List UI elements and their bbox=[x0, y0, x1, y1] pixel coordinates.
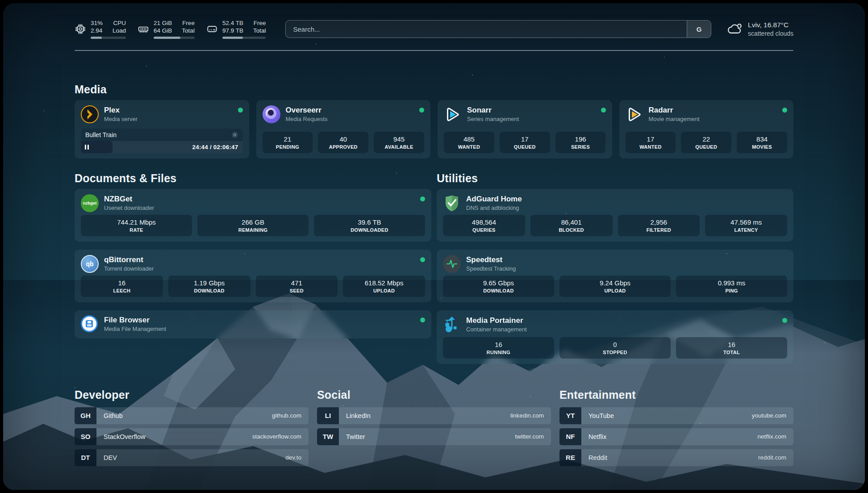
bookmark-stackoverflow[interactable]: SO StackOverflow stackoverflow.com bbox=[75, 428, 309, 445]
status-online-dot bbox=[782, 318, 787, 323]
cloud-icon bbox=[725, 21, 743, 37]
weather-condition: scattered clouds bbox=[748, 29, 793, 38]
media-cards-row: Plex Media server Bullet Train bbox=[75, 100, 793, 159]
stat-box: 9.65 Gbps DOWNLOAD bbox=[443, 276, 554, 297]
service-card-speedtest[interactable]: Speedtest Speedtest Tracking 9.65 Gbps D… bbox=[437, 250, 793, 302]
memory-stat: 21 GiB 64 GiB Free Total bbox=[138, 19, 195, 39]
service-title: Sonarr bbox=[467, 105, 519, 115]
memory-free-label: Free bbox=[182, 19, 195, 27]
stat-box: 22 QUEUED bbox=[681, 132, 731, 153]
overseerr-icon bbox=[263, 105, 280, 123]
service-card-portainer[interactable]: Media Portainer Container management 16 … bbox=[437, 310, 793, 364]
memory-total-value: 64 GiB bbox=[154, 27, 172, 34]
stat-box: 16 LEECH bbox=[81, 276, 163, 297]
playback-time: 24:44 / 02:06:47 bbox=[192, 141, 238, 153]
search-input[interactable] bbox=[286, 21, 687, 38]
utilities-section-title: Utilities bbox=[437, 172, 793, 185]
stat-box: 498,564 QUERIES bbox=[443, 215, 525, 236]
service-subtitle: Usenet downloader bbox=[104, 204, 154, 212]
bookmark-github[interactable]: GH Github github.com bbox=[75, 407, 309, 424]
weather-location-temp: Lviv, 16.87°C bbox=[748, 21, 793, 29]
cpu-progress-track bbox=[91, 37, 126, 39]
disk-total-value: 97.9 TB bbox=[222, 27, 243, 34]
disk-progress-track bbox=[222, 37, 266, 39]
disk-icon bbox=[206, 23, 218, 35]
memory-progress-fill bbox=[154, 37, 180, 39]
sonarr-icon bbox=[444, 105, 462, 123]
bookmarks-developer-section: Developer GH Github github.com SO StackO… bbox=[75, 389, 309, 466]
portainer-icon bbox=[443, 316, 461, 334]
nzbget-icon: nzbget bbox=[81, 194, 99, 212]
playback-progress-fill bbox=[81, 141, 113, 153]
bookmark-linkedin[interactable]: LI LinkedIn linkedin.com bbox=[317, 407, 551, 424]
service-title: Speedtest bbox=[466, 255, 516, 264]
service-card-radarr[interactable]: Radarr Movie management 17 WANTED 22 QUE… bbox=[619, 100, 794, 159]
service-title: Overseerr bbox=[286, 105, 328, 115]
memory-total-label: Total bbox=[182, 27, 195, 34]
service-subtitle: DNS and adblocking bbox=[466, 204, 522, 212]
media-section-title: Media bbox=[75, 83, 793, 96]
service-card-adguard[interactable]: AdGuard Home DNS and adblocking 498,564 … bbox=[437, 189, 793, 242]
service-subtitle: Movie management bbox=[649, 115, 700, 123]
status-online-dot bbox=[419, 108, 424, 113]
bookmark-twitter[interactable]: TW Twitter twitter.com bbox=[317, 428, 551, 445]
speedtest-icon bbox=[443, 255, 461, 273]
cpu-usage-label: CPU bbox=[113, 19, 126, 27]
bookmark-dev[interactable]: DT DEV dev.to bbox=[75, 449, 309, 466]
bookmark-youtube[interactable]: YT YouTube youtube.com bbox=[559, 407, 793, 424]
bookmark-reddit[interactable]: RE Reddit reddit.com bbox=[559, 449, 793, 466]
stat-box: 9.24 Gbps UPLOAD bbox=[559, 276, 671, 297]
qbittorrent-icon: qb bbox=[81, 255, 99, 273]
cpu-stat: 31% 2.94 CPU Load bbox=[75, 19, 126, 39]
playback-progress-bar[interactable]: 24:44 / 02:06:47 bbox=[81, 141, 243, 153]
cpu-progress-fill bbox=[91, 37, 102, 39]
pause-icon[interactable] bbox=[85, 145, 89, 150]
developer-section-title: Developer bbox=[75, 389, 309, 401]
stat-box: 1.19 Gbps DOWNLOAD bbox=[168, 276, 250, 297]
status-online-dot bbox=[420, 196, 425, 201]
service-subtitle: Media Requests bbox=[286, 115, 328, 123]
service-card-nzbget[interactable]: nzbget NZBGet Usenet downloader 744.21 M… bbox=[75, 189, 431, 242]
service-card-qbittorrent[interactable]: qb qBittorrent Torrent downloader 16 LEE… bbox=[75, 250, 431, 302]
service-subtitle: Media server bbox=[104, 115, 138, 123]
service-title: Radarr bbox=[649, 105, 700, 115]
search-engine-button[interactable]: G bbox=[687, 21, 711, 38]
status-online-dot bbox=[420, 257, 425, 262]
stat-box: 16 TOTAL bbox=[676, 337, 787, 359]
service-card-filebrowser[interactable]: File Browser Media File Management bbox=[75, 310, 431, 338]
stat-box: 266 GB REMAINING bbox=[197, 215, 309, 236]
service-card-plex[interactable]: Plex Media server Bullet Train bbox=[75, 100, 249, 159]
search-bar[interactable]: G bbox=[285, 20, 711, 38]
entertainment-section-title: Entertainment bbox=[559, 389, 793, 401]
disk-free-label: Free bbox=[254, 19, 266, 27]
weather-widget[interactable]: Lviv, 16.87°C scattered clouds bbox=[725, 21, 793, 38]
service-subtitle: Series management bbox=[467, 115, 519, 123]
cpu-icon bbox=[75, 23, 86, 35]
service-card-sonarr[interactable]: Sonarr Series management 485 WANTED 17 Q… bbox=[438, 100, 612, 159]
now-playing-widget: Bullet Train 24:44 / 02:06:47 bbox=[81, 129, 243, 153]
top-bar: 31% 2.94 CPU Load bbox=[75, 19, 793, 39]
stat-box: 834 MOVIES bbox=[737, 132, 787, 153]
service-title: Plex bbox=[104, 105, 138, 115]
utilities-column: Utilities AdGuard Home bbox=[437, 172, 793, 364]
social-section-title: Social bbox=[317, 389, 551, 401]
service-title: Media Portainer bbox=[466, 316, 527, 325]
service-subtitle: Torrent downloader bbox=[104, 265, 154, 272]
stat-box: 618.52 Mbps UPLOAD bbox=[343, 276, 425, 297]
disk-progress-fill bbox=[222, 37, 243, 39]
stat-box: 0.993 ms PING bbox=[676, 276, 787, 297]
stat-box: 2,956 FILTERED bbox=[618, 215, 700, 236]
service-subtitle: Speedtest Tracking bbox=[466, 265, 516, 272]
disk-total-label: Total bbox=[253, 27, 266, 34]
settings-icon[interactable] bbox=[231, 131, 238, 138]
stat-box: 47.569 ms LATENCY bbox=[705, 215, 787, 236]
service-title: qBittorrent bbox=[104, 255, 154, 264]
stat-box: 196 SERIES bbox=[555, 132, 606, 153]
bookmark-netflix[interactable]: NF Netflix netflix.com bbox=[559, 428, 793, 445]
service-title: NZBGet bbox=[104, 194, 154, 204]
service-subtitle: Container management bbox=[466, 326, 527, 333]
service-card-overseerr[interactable]: Overseerr Media Requests 21 PENDING 40 A… bbox=[256, 100, 431, 159]
service-title: AdGuard Home bbox=[466, 194, 522, 204]
cpu-load-value: 2.94 bbox=[91, 27, 103, 34]
adguard-icon bbox=[443, 194, 461, 212]
